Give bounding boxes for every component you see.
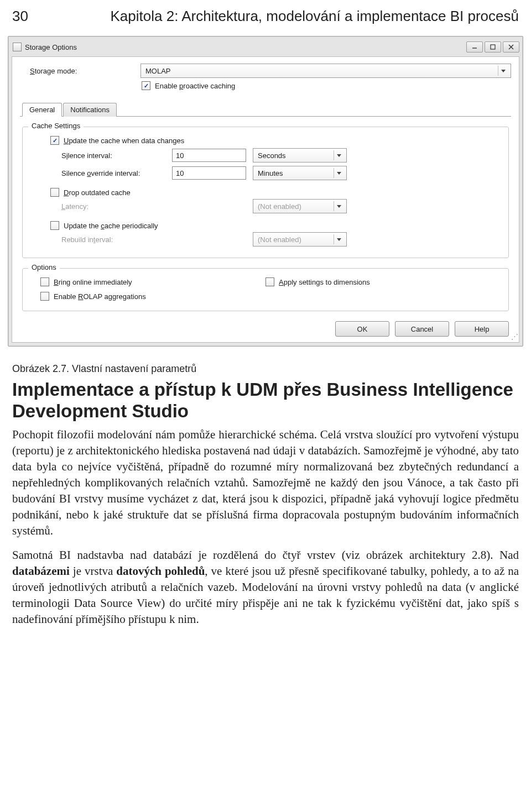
silence-override-value: 10: [176, 169, 184, 177]
tab-general[interactable]: General: [22, 103, 62, 117]
figure-caption: Obrázek 2.7. Vlastní nastavení parametrů: [12, 362, 519, 376]
silence-interval-unit: Seconds: [258, 151, 286, 160]
apply-dimensions-label: Apply settings to dimensions: [279, 278, 370, 286]
bring-online-checkbox[interactable]: [40, 277, 49, 286]
rebuild-interval-label: Rebuild interval:: [30, 235, 172, 244]
drop-outdated-checkbox[interactable]: [50, 188, 59, 197]
minimize-button[interactable]: [466, 41, 483, 53]
silence-interval-unit-select[interactable]: Seconds: [253, 148, 347, 163]
chevron-down-icon: [334, 150, 344, 160]
rebuild-interval-value: (Not enabled): [258, 235, 301, 244]
drop-outdated-label: Drop outdated cache: [64, 188, 131, 197]
proactive-caching-label: Enable proactive caching: [155, 82, 235, 90]
options-title: Options: [28, 263, 60, 271]
latency-value: (Not enabled): [258, 202, 301, 211]
silence-override-unit: Minutes: [258, 169, 283, 177]
silence-interval-input[interactable]: 10: [172, 149, 246, 162]
section-heading: Implementace a přístup k UDM přes Busine…: [12, 379, 519, 422]
storage-options-dialog: Storage Options Storage mode: MOLAP ✓ En…: [8, 36, 523, 347]
silence-override-label: Silence override interval:: [30, 169, 172, 177]
silence-override-unit-select[interactable]: Minutes: [253, 166, 347, 180]
latency-select: (Not enabled): [253, 199, 347, 213]
enable-rolap-checkbox[interactable]: [40, 292, 49, 301]
storage-mode-label: Storage mode:: [20, 67, 140, 75]
paragraph-1: Pochopit filozofii modelování nám pomůže…: [12, 427, 519, 539]
page-number: 30: [12, 8, 28, 25]
silence-interval-value: 10: [176, 151, 184, 160]
storage-mode-value: MOLAP: [145, 67, 171, 75]
chevron-down-icon: [334, 234, 344, 244]
ok-button[interactable]: OK: [335, 321, 389, 337]
storage-mode-select[interactable]: MOLAP: [140, 64, 511, 78]
update-periodically-checkbox[interactable]: [50, 221, 59, 230]
resize-grip-icon[interactable]: ⋰: [511, 332, 517, 340]
tab-strip: General Notifications: [20, 102, 511, 117]
help-button[interactable]: Help: [455, 321, 509, 337]
chapter-title: Kapitola 2: Architektura, modelování a i…: [110, 8, 519, 25]
cache-settings-title: Cache Settings: [28, 122, 84, 130]
window-icon: [13, 43, 22, 51]
svg-rect-1: [491, 45, 495, 49]
proactive-caching-checkbox[interactable]: ✓: [142, 81, 150, 90]
close-button[interactable]: [503, 41, 519, 53]
tab-notifications[interactable]: Notifications: [63, 103, 117, 117]
chevron-down-icon: [334, 168, 344, 178]
paragraph-2: Samotná BI nadstavba nad databází je roz…: [12, 547, 519, 627]
chevron-down-icon: [334, 201, 344, 211]
cache-settings-group: Cache Settings ✓ Update the cache when d…: [22, 127, 509, 258]
titlebar[interactable]: Storage Options: [12, 40, 519, 54]
cancel-button[interactable]: Cancel: [395, 321, 449, 337]
silence-override-input[interactable]: 10: [172, 166, 246, 180]
chevron-down-icon: [498, 66, 508, 76]
apply-dimensions-checkbox[interactable]: [266, 277, 274, 286]
bring-online-label: Bring online immediately: [54, 278, 132, 286]
rebuild-interval-select: (Not enabled): [253, 232, 347, 247]
maximize-button[interactable]: [485, 41, 501, 53]
silence-interval-label: Silence interval:: [30, 151, 172, 160]
enable-rolap-label: Enable ROLAP aggregations: [54, 292, 146, 301]
update-cache-label: Update the cache when data changes: [64, 137, 184, 145]
update-periodically-label: Update the cache periodically: [64, 222, 158, 230]
latency-label: Latency:: [30, 202, 172, 211]
update-cache-checkbox[interactable]: ✓: [50, 136, 59, 145]
window-title: Storage Options: [25, 43, 466, 51]
options-group: Options Bring online immediately Enable …: [22, 268, 509, 311]
